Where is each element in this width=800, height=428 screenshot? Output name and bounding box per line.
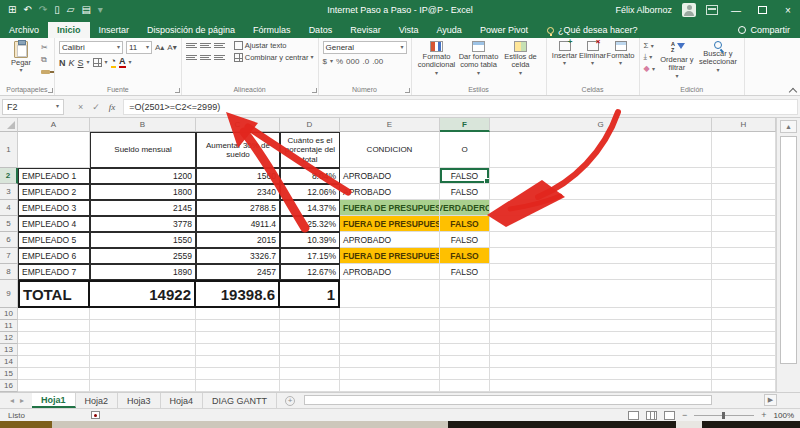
zoom-out-button[interactable]: −	[682, 410, 687, 420]
cell-B14[interactable]	[90, 356, 196, 368]
fill-button[interactable]: ⤓ ▾	[644, 52, 655, 62]
sheet-tab-diag-gantt[interactable]: DIAG GANTT	[203, 393, 277, 408]
sheet-tab-hoja2[interactable]: Hoja2	[76, 393, 119, 408]
cell-B10[interactable]	[90, 308, 196, 320]
cell-F1[interactable]: O	[440, 132, 490, 168]
column-header-C[interactable]: C	[196, 118, 280, 132]
cell-F10[interactable]	[440, 308, 490, 320]
delete-cells-button[interactable]: Eliminar ▾	[579, 41, 607, 66]
cell-H4[interactable]	[712, 200, 776, 216]
cell-D15[interactable]	[280, 368, 340, 380]
row-header-2[interactable]: 2	[0, 168, 18, 184]
cell-A5[interactable]: EMPLEADO 4	[18, 216, 90, 232]
sheet-tab-hoja4[interactable]: Hoja4	[161, 393, 204, 408]
cell-E8[interactable]: APROBADO	[340, 264, 440, 280]
cell-E14[interactable]	[340, 356, 440, 368]
tab-insertar[interactable]: Insertar	[90, 22, 139, 38]
cell-H11[interactable]	[712, 320, 776, 332]
align-left-button[interactable]	[186, 55, 197, 60]
cell-H10[interactable]	[712, 308, 776, 320]
cell-E7[interactable]: FUERA DE PRESUPUESTO	[340, 248, 440, 264]
row-header-8[interactable]: 8	[0, 264, 18, 280]
percent-button[interactable]: %	[336, 57, 343, 66]
sheet-tab-hoja3[interactable]: Hoja3	[118, 393, 161, 408]
vscroll-thumb[interactable]	[780, 136, 797, 364]
conditional-format-button[interactable]: Formato condicional ▾	[416, 41, 458, 76]
bold-button[interactable]: N	[59, 58, 66, 68]
restore-button[interactable]	[754, 5, 770, 16]
minimize-button[interactable]: —	[728, 5, 744, 16]
cell-A16[interactable]	[18, 380, 90, 392]
cell-A14[interactable]	[18, 356, 90, 368]
row-header-11[interactable]: 11	[0, 320, 18, 332]
cell-B5[interactable]: 3778	[90, 216, 196, 232]
borders-button[interactable]	[93, 58, 102, 67]
row-header-1[interactable]: 1	[0, 132, 18, 168]
cell-F4[interactable]: VERDADERO	[440, 200, 490, 216]
normal-view-icon[interactable]	[628, 411, 639, 420]
increase-decimal-button[interactable]: .0	[362, 57, 369, 66]
insert-cells-button[interactable]: Insertar ▾	[551, 41, 579, 66]
column-header-A[interactable]: A	[18, 118, 90, 132]
cell-E9[interactable]	[340, 280, 440, 308]
tab-archivo[interactable]: Archivo	[0, 22, 48, 38]
cell-D11[interactable]	[280, 320, 340, 332]
cell-F15[interactable]	[440, 368, 490, 380]
share-button[interactable]: Compartir	[738, 25, 790, 38]
cell-B11[interactable]	[90, 320, 196, 332]
cell-C16[interactable]	[196, 380, 280, 392]
cell-C10[interactable]	[196, 308, 280, 320]
scroll-up-icon[interactable]: ▲	[780, 120, 797, 133]
cell-H2[interactable]	[712, 168, 776, 184]
cell-D12[interactable]	[280, 332, 340, 344]
cell-G12[interactable]	[490, 332, 712, 344]
font-name-select[interactable]: Calibri▾	[59, 41, 123, 54]
number-format-select[interactable]: General▾	[323, 41, 407, 54]
collapse-ribbon-button[interactable]	[789, 86, 796, 93]
cell-G11[interactable]	[490, 320, 712, 332]
redo-button[interactable]: ↷	[39, 5, 47, 15]
cell-D8[interactable]: 12.67%	[280, 264, 340, 280]
cell-F11[interactable]	[440, 320, 490, 332]
align-center-button[interactable]	[200, 55, 211, 60]
row-header-5[interactable]: 5	[0, 216, 18, 232]
cell-A8[interactable]: EMPLEADO 7	[18, 264, 90, 280]
new-file-button[interactable]: ▯	[54, 5, 60, 15]
cell-E6[interactable]: APROBADO	[340, 232, 440, 248]
cell-E3[interactable]: APROBADO	[340, 184, 440, 200]
format-painter-button[interactable]	[41, 67, 50, 76]
cell-B2[interactable]: 1200	[90, 168, 196, 184]
cell-A15[interactable]	[18, 368, 90, 380]
row-header-12[interactable]: 12	[0, 332, 18, 344]
align-top-button[interactable]	[186, 43, 197, 48]
cell-G2[interactable]	[490, 168, 712, 184]
cell-D7[interactable]: 17.15%	[280, 248, 340, 264]
currency-button[interactable]: $	[323, 57, 327, 66]
cell-E1[interactable]: CONDICION	[340, 132, 440, 168]
cell-E10[interactable]	[340, 308, 440, 320]
cell-F8[interactable]: FALSO	[440, 264, 490, 280]
cell-G15[interactable]	[490, 368, 712, 380]
column-header-F[interactable]: F	[440, 118, 490, 132]
add-sheet-button[interactable]: +	[285, 393, 295, 408]
cell-C11[interactable]	[196, 320, 280, 332]
cell-C2[interactable]: 1560	[196, 168, 280, 184]
comma-style-button[interactable]: 000	[346, 57, 359, 66]
align-right-button[interactable]	[214, 55, 225, 60]
underline-button[interactable]: S	[78, 58, 84, 68]
row-header-4[interactable]: 4	[0, 200, 18, 216]
cell-A3[interactable]: EMPLEADO 2	[18, 184, 90, 200]
cell-G1[interactable]	[490, 132, 712, 168]
cell-B7[interactable]: 2559	[90, 248, 196, 264]
cell-B4[interactable]: 2145	[90, 200, 196, 216]
cell-F13[interactable]	[440, 344, 490, 356]
cell-G8[interactable]	[490, 264, 712, 280]
column-header-G[interactable]: G	[490, 118, 712, 132]
macro-record-icon[interactable]	[91, 411, 100, 419]
print-preview-button[interactable]: ▤	[81, 5, 90, 15]
cell-B3[interactable]: 1800	[90, 184, 196, 200]
decrease-font-button[interactable]: A▾	[167, 43, 176, 52]
tab-inicio[interactable]: Inicio	[48, 22, 90, 38]
cell-H3[interactable]	[712, 184, 776, 200]
format-as-table-button[interactable]: Dar formato como tabla ▾	[458, 41, 500, 76]
